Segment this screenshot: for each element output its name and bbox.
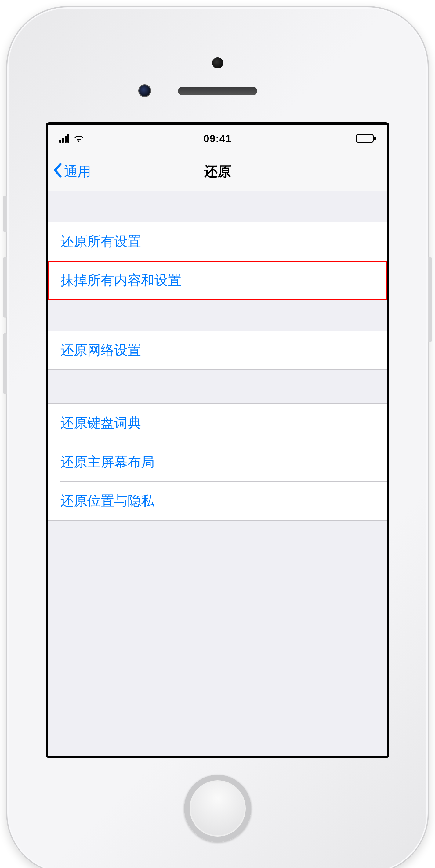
front-camera: [138, 84, 151, 97]
page-title: 还原: [204, 162, 231, 181]
cell-label: 还原键盘词典: [61, 414, 141, 432]
mute-switch: [3, 195, 7, 232]
wifi-icon: [74, 133, 84, 145]
proximity-sensor: [212, 57, 223, 68]
screen-bezel: 09:41 通用 还原 还原所有设置: [46, 122, 389, 758]
iphone-device-frame: 09:41 通用 还原 还原所有设置: [6, 6, 429, 868]
reset-home-screen-layout-row[interactable]: 还原主屏幕布局: [48, 442, 387, 482]
status-time: 09:41: [204, 133, 232, 145]
cell-label: 还原网络设置: [61, 341, 141, 359]
status-bar: 09:41: [48, 125, 387, 152]
cell-label: 还原位置与隐私: [61, 492, 155, 510]
home-button[interactable]: [184, 775, 251, 842]
power-button: [428, 257, 432, 342]
screen: 09:41 通用 还原 还原所有设置: [48, 125, 387, 755]
erase-all-content-row[interactable]: 抹掉所有内容和设置: [48, 261, 387, 300]
cell-label: 还原所有设置: [61, 232, 141, 251]
reset-network-settings-row[interactable]: 还原网络设置: [48, 331, 387, 370]
section-spacer: [48, 191, 387, 222]
reset-keyboard-dictionary-row[interactable]: 还原键盘词典: [48, 403, 387, 442]
navigation-bar: 通用 还原: [48, 152, 387, 191]
cell-label: 抹掉所有内容和设置: [61, 271, 181, 289]
volume-up-button: [3, 257, 7, 318]
section-spacer: [48, 300, 387, 331]
chevron-left-icon: [53, 163, 62, 181]
battery-icon: [356, 134, 376, 143]
reset-location-privacy-row[interactable]: 还原位置与隐私: [48, 482, 387, 521]
reset-all-settings-row[interactable]: 还原所有设置: [48, 222, 387, 261]
cell-label: 还原主屏幕布局: [61, 453, 155, 471]
cellular-signal-icon: [59, 134, 69, 143]
back-button[interactable]: 通用: [48, 162, 91, 181]
volume-down-button: [3, 333, 7, 394]
earpiece-speaker: [178, 87, 257, 95]
section-spacer: [48, 370, 387, 403]
back-label: 通用: [64, 162, 91, 181]
